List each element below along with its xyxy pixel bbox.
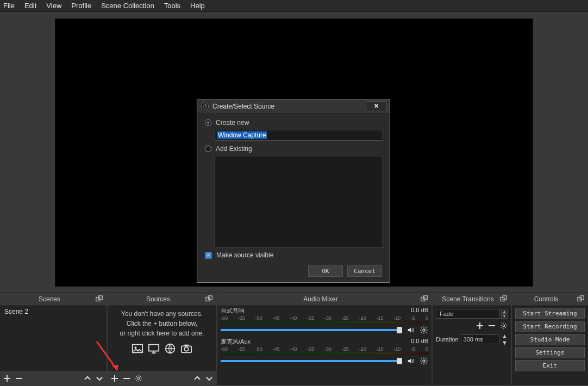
speaker-icon[interactable] [406, 326, 415, 334]
cancel-button[interactable]: Cancel [347, 265, 382, 277]
mixer-channel: 麦克风/Aux 0.0 dB -60-55-50-45-40-35-30-25-… [221, 338, 428, 365]
sources-empty-text: You don't have any sources. [121, 309, 203, 319]
image-icon [131, 343, 144, 355]
mixer-body: 台式音响 0.0 dB -60-55-50-45-40-35-30-25-20-… [217, 306, 431, 385]
remove-transition-button[interactable] [488, 322, 496, 330]
create-source-dialog: Create/Select Source ✕ Create new Window… [197, 99, 390, 283]
duration-value[interactable]: 300 ms [461, 334, 500, 344]
popout-icon[interactable] [500, 295, 508, 303]
make-visible-checkbox[interactable]: ✓ Make source visible [205, 251, 382, 259]
meter-scale: -60-55-50-45-40-35-30-25-20-15-10-50 [221, 315, 428, 321]
svg-rect-1 [98, 295, 102, 299]
svg-point-14 [423, 329, 425, 331]
add-existing-radio[interactable]: Add Existing [205, 145, 382, 153]
remove-scene-button[interactable] [15, 375, 23, 382]
svg-point-15 [423, 360, 425, 362]
transitions-title: Scene Transitions [436, 295, 500, 303]
make-visible-label: Make source visible [216, 251, 273, 259]
audio-mixer-panel: Audio Mixer 台式音响 0.0 dB -60-55-50-45-40-… [217, 292, 431, 385]
menu-profile[interactable]: Profile [71, 2, 91, 10]
svg-point-23 [205, 104, 207, 106]
speaker-icon[interactable] [406, 357, 415, 365]
duration-spin-up[interactable]: ▲ [502, 333, 508, 339]
transition-spin-up[interactable]: ▲ [501, 309, 508, 314]
meter-scale: -60-55-50-45-40-35-30-25-20-15-10-50 [221, 346, 428, 352]
popout-icon[interactable] [96, 295, 103, 303]
scenes-title: Scenes [3, 295, 96, 303]
transition-settings-button[interactable] [500, 322, 508, 330]
controls-panel: Controls Start Streaming Start Recording… [512, 292, 588, 385]
close-button[interactable]: ✕ [366, 102, 386, 111]
display-icon [147, 343, 160, 355]
mixer-title: Audio Mixer [221, 295, 421, 303]
settings-button[interactable]: Settings [515, 347, 585, 358]
menu-file[interactable]: File [3, 2, 15, 10]
exit-button[interactable]: Exit [515, 360, 585, 371]
menubar: File Edit View Profile Scene Collection … [0, 0, 588, 12]
svg-rect-19 [578, 297, 581, 301]
bottom-dock: Scenes Scene 2 Sources You don't have an… [0, 292, 588, 385]
meter-bar [221, 321, 428, 324]
duration-label: Duration [436, 336, 459, 343]
gear-icon[interactable] [420, 357, 428, 365]
scene-item[interactable]: Scene 2 [0, 306, 107, 318]
radio-icon [205, 145, 211, 152]
add-transition-button[interactable] [476, 322, 484, 330]
source-down-button[interactable] [205, 375, 213, 382]
transition-select[interactable]: Fade [436, 309, 500, 319]
svg-rect-17 [503, 295, 506, 299]
meter-bar [221, 352, 428, 355]
channel-name: 台式音响 [221, 307, 245, 315]
svg-rect-6 [149, 345, 159, 351]
menu-help[interactable]: Help [190, 2, 205, 10]
svg-rect-0 [96, 297, 100, 301]
volume-slider[interactable] [221, 329, 402, 331]
camera-icon [180, 343, 193, 355]
sources-body[interactable]: You don't have any sources. Click the + … [108, 306, 216, 371]
svg-rect-16 [501, 297, 504, 301]
svg-point-18 [503, 325, 505, 327]
checkbox-icon: ✓ [205, 252, 212, 259]
ok-button[interactable]: OK [308, 265, 343, 277]
menu-edit[interactable]: Edit [24, 2, 36, 10]
scenes-panel: Scenes Scene 2 [0, 292, 107, 385]
add-scene-button[interactable] [3, 375, 11, 382]
start-recording-button[interactable]: Start Recording [515, 321, 585, 332]
create-new-radio[interactable]: Create new [205, 119, 382, 126]
svg-rect-3 [208, 295, 212, 299]
menu-view[interactable]: View [46, 2, 61, 10]
add-source-button[interactable] [111, 375, 118, 382]
globe-icon [164, 343, 177, 355]
scene-up-button[interactable] [84, 375, 91, 382]
sources-panel: Sources You don't have any sources. Clic… [108, 292, 216, 385]
menu-tools[interactable]: Tools [164, 2, 180, 10]
obs-icon [201, 102, 209, 111]
radio-icon [205, 119, 211, 126]
duration-spin-down[interactable]: ▼ [502, 339, 508, 346]
svg-point-5 [135, 346, 137, 349]
remove-source-button[interactable] [123, 375, 130, 382]
source-name-input[interactable]: Window Capture [215, 130, 383, 141]
svg-rect-10 [184, 345, 188, 346]
studio-mode-button[interactable]: Studio Mode [515, 334, 585, 345]
gear-icon[interactable] [420, 326, 428, 334]
channel-level: 0.0 dB [411, 307, 428, 315]
menu-scene-collection[interactable]: Scene Collection [101, 2, 154, 10]
volume-slider[interactable] [221, 360, 402, 362]
popout-icon[interactable] [205, 295, 213, 303]
existing-sources-list[interactable] [215, 156, 383, 248]
svg-rect-2 [206, 297, 210, 301]
transition-spin-down[interactable]: ▼ [501, 314, 508, 319]
svg-point-9 [184, 347, 188, 351]
popout-icon[interactable] [421, 295, 428, 303]
source-settings-button[interactable] [135, 375, 142, 382]
scenes-list[interactable]: Scene 2 [0, 306, 107, 371]
svg-rect-20 [580, 295, 584, 299]
start-streaming-button[interactable]: Start Streaming [515, 308, 585, 319]
scene-down-button[interactable] [96, 375, 103, 382]
source-up-button[interactable] [193, 375, 201, 382]
mixer-channel: 台式音响 0.0 dB -60-55-50-45-40-35-30-25-20-… [221, 307, 428, 334]
controls-title: Controls [515, 295, 577, 303]
popout-icon[interactable] [577, 295, 585, 303]
channel-name: 麦克风/Aux [221, 338, 251, 346]
